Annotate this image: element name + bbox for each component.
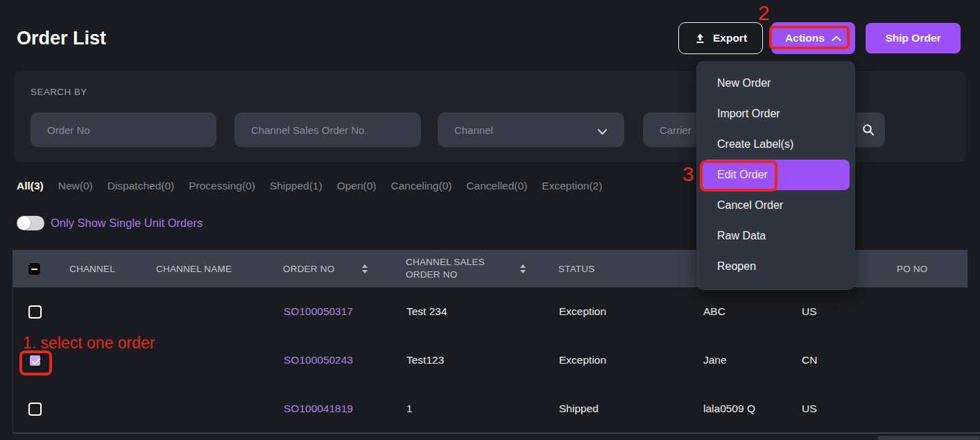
- cell-name: ABC: [699, 305, 798, 318]
- menu-item-cancel-order[interactable]: Cancel Order: [696, 190, 855, 221]
- tab-processing[interactable]: Processing(0): [189, 180, 255, 192]
- single-unit-toggle-label: Only Show Single Unit Orders: [51, 217, 203, 230]
- cell-name: Jane: [699, 354, 798, 366]
- export-button[interactable]: Export: [678, 22, 763, 54]
- order-link[interactable]: SO100050243: [284, 354, 353, 366]
- column-order-no: ORDER NO: [279, 264, 402, 274]
- single-unit-toggle[interactable]: [17, 216, 44, 230]
- table-row: SO100041819 1 Shipped lala0509 Q US: [13, 384, 968, 433]
- ship-order-button[interactable]: Ship Order: [866, 23, 961, 53]
- tab-open[interactable]: Open(0): [337, 180, 377, 192]
- column-channel-name: CHANNEL NAME: [152, 264, 279, 274]
- select-all-checkbox[interactable]: [28, 262, 41, 276]
- row-checkbox[interactable]: [28, 305, 42, 319]
- table-body: SO100050317 Test 234 Exception ABC US SO…: [12, 287, 968, 433]
- column-channel-sales-order-no-label: CHANNEL SALES ORDER NO: [406, 256, 499, 281]
- cell-channel-sales-order-no: Test 234: [402, 305, 555, 318]
- table-row: SO100050317 Test 234 Exception ABC US: [13, 287, 968, 336]
- column-channel: CHANNEL: [65, 264, 152, 274]
- row-checkbox-checked[interactable]: [28, 354, 42, 367]
- annotation-step2-number: 2: [758, 1, 770, 25]
- page-title: Order List: [17, 28, 106, 49]
- menu-item-create-labels[interactable]: Create Label(s): [696, 129, 855, 160]
- menu-item-new-order[interactable]: New Order: [696, 68, 855, 99]
- cell-channel-sales-order-no: Test123: [402, 354, 555, 366]
- menu-item-edit-order[interactable]: Edit Order: [702, 160, 850, 190]
- search-by-label: SEARCH BY: [31, 87, 87, 97]
- upload-icon: [694, 33, 706, 44]
- actions-label: Actions: [785, 32, 825, 44]
- status-tabs: All(3) New(0) Dispatched(0) Processing(0…: [17, 180, 602, 192]
- export-label: Export: [713, 32, 747, 44]
- horizontal-scrollbar-thumb[interactable]: [877, 436, 980, 440]
- cell-channel-sales-order-no: 1: [402, 403, 555, 415]
- cell-status: Exception: [555, 305, 699, 318]
- order-link[interactable]: SO100041819: [284, 403, 353, 414]
- tab-cancelled[interactable]: Cancelled(0): [466, 180, 527, 192]
- actions-button[interactable]: Actions: [771, 22, 855, 54]
- tab-canceling[interactable]: Canceling(0): [391, 180, 452, 192]
- column-po-no: PO NO: [893, 264, 968, 274]
- order-no-input[interactable]: [31, 112, 216, 147]
- tab-new[interactable]: New(0): [58, 180, 93, 192]
- cell-status: Shipped: [555, 403, 699, 415]
- order-list-page: Order List Export Actions Ship Order SEA…: [0, 0, 980, 440]
- search-icon: [861, 123, 875, 137]
- column-status: STATUS: [554, 264, 698, 274]
- column-channel-sales-order-no: CHANNEL SALES ORDER NO: [402, 256, 554, 281]
- tab-shipped[interactable]: Shipped(1): [270, 180, 323, 192]
- column-order-no-label: ORDER NO: [283, 264, 334, 274]
- table-row: SO100050243 Test123 Exception Jane CN: [13, 336, 968, 384]
- row-checkbox[interactable]: [28, 403, 42, 416]
- toggle-knob: [17, 217, 31, 230]
- chevron-up-icon: [832, 35, 841, 42]
- table-bottom-border: [12, 432, 980, 434]
- sort-channel-sales-order-no-icon[interactable]: [520, 264, 526, 273]
- tab-exception[interactable]: Exception(2): [542, 180, 602, 192]
- menu-item-raw-data[interactable]: Raw Data: [696, 221, 855, 251]
- menu-item-import-order[interactable]: Import Order: [696, 99, 855, 129]
- ship-order-label: Ship Order: [885, 32, 940, 44]
- menu-item-reopen[interactable]: Reopen: [696, 251, 855, 282]
- cell-status: Exception: [555, 354, 699, 366]
- actions-dropdown-menu: New Order Import Order Create Label(s) E…: [696, 61, 855, 290]
- channel-select[interactable]: [438, 112, 624, 147]
- cell-name: lala0509 Q: [699, 403, 798, 415]
- cell-country: US: [798, 305, 893, 318]
- single-unit-toggle-row: Only Show Single Unit Orders: [17, 216, 203, 230]
- cell-country: CN: [798, 354, 893, 366]
- order-link[interactable]: SO100050317: [284, 305, 353, 317]
- sort-order-no-icon[interactable]: [362, 264, 368, 273]
- cell-country: US: [798, 403, 893, 415]
- annotation-step3-number: 3: [682, 162, 694, 186]
- tab-dispatched[interactable]: Dispatched(0): [108, 180, 175, 192]
- tab-all[interactable]: All(3): [17, 180, 44, 192]
- channel-sales-order-no-input[interactable]: [234, 112, 421, 147]
